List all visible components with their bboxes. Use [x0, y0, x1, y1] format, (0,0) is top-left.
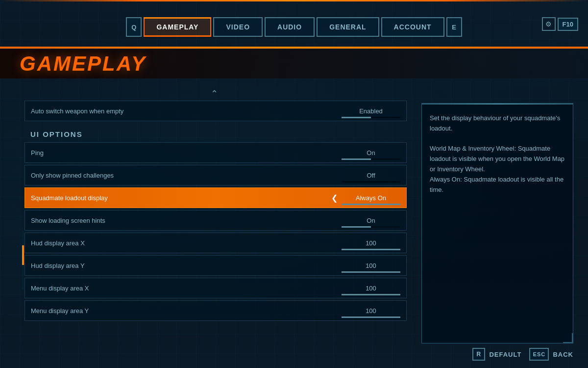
auto-switch-slider-fill [342, 117, 371, 118]
menu-y-value: 100 [342, 307, 400, 315]
menu-y-slider-fill [342, 316, 400, 318]
info-panel-corner-decoration [563, 333, 573, 343]
scroll-bar[interactable] [22, 231, 24, 289]
back-key: ESC [529, 348, 549, 361]
page-title: GAMEPLAY [20, 52, 147, 76]
left-arrow-icon: ❮ [331, 193, 338, 203]
menu-x-row[interactable]: Menu display area X 100 [24, 278, 407, 298]
right-bracket[interactable]: E [446, 17, 462, 37]
auto-switch-row[interactable]: Auto switch weapon when empty Enabled [24, 101, 407, 121]
squadmate-slider[interactable] [342, 204, 400, 205]
hud-x-slider-fill [342, 249, 400, 250]
gear-icon[interactable]: ⚙ [542, 17, 556, 31]
hud-x-label: Hud display area X [31, 239, 342, 247]
loading-hints-row[interactable]: Show loading screen hints On [24, 210, 407, 231]
auto-switch-slider[interactable] [342, 117, 400, 118]
menu-x-slider[interactable] [342, 294, 400, 295]
tab-account[interactable]: ACCOUNT [381, 17, 444, 37]
main-content: Auto switch weapon when empty Enabled UI… [24, 101, 407, 343]
page-title-area: GAMEPLAY [0, 49, 588, 79]
hud-y-label: Hud display area Y [31, 262, 342, 269]
menu-y-label: Menu display area Y [31, 307, 342, 315]
pinned-challenges-value: Off [342, 172, 400, 179]
tab-video[interactable]: VIDEO [213, 17, 263, 37]
default-label: DEFAULT [489, 351, 521, 358]
nav-bottom-accent [0, 47, 588, 49]
nav-tabs-container: Q GAMEPLAY VIDEO AUDIO GENERAL ACCOUNT E [126, 17, 462, 37]
menu-x-slider-fill [342, 294, 400, 295]
menu-y-slider[interactable] [342, 316, 400, 318]
menu-x-value: 100 [342, 285, 400, 292]
menu-y-row[interactable]: Menu display area Y 100 [24, 300, 407, 321]
back-button[interactable]: ESC BACK [529, 348, 573, 361]
back-label: BACK [553, 351, 573, 358]
tab-gameplay[interactable]: GAMEPLAY [144, 17, 211, 37]
pinned-challenges-slider[interactable] [342, 181, 400, 183]
hud-x-slider[interactable] [342, 249, 400, 250]
squadmate-loadout-value: Always On [342, 194, 400, 202]
loading-hints-value: On [342, 217, 400, 224]
auto-switch-value: Enabled [342, 107, 400, 115]
squadmate-slider-fill [342, 204, 400, 205]
scroll-bar-thumb [22, 245, 24, 265]
info-panel-text: Set the display behaviour of your squadm… [430, 113, 565, 195]
f10-key[interactable]: F10 [558, 18, 578, 31]
loading-hints-slider-fill [342, 226, 371, 228]
left-bracket[interactable]: Q [126, 17, 142, 37]
scroll-up-indicator[interactable]: ⌃ [211, 88, 218, 99]
squadmate-loadout-row[interactable]: Squadmate loadout display ❮ Always On [24, 187, 407, 208]
auto-switch-label: Auto switch weapon when empty [31, 107, 342, 115]
squadmate-loadout-label: Squadmate loadout display [31, 194, 331, 202]
info-panel: Set the display behaviour of your squadm… [421, 103, 573, 343]
hud-x-value: 100 [342, 239, 400, 247]
loading-hints-label: Show loading screen hints [31, 217, 342, 224]
ping-slider[interactable] [342, 158, 400, 160]
pinned-challenges-row[interactable]: Only show pinned challenges Off [24, 165, 407, 185]
ping-slider-fill [342, 158, 371, 160]
default-key: R [472, 348, 485, 361]
tab-general[interactable]: GENERAL [317, 17, 379, 37]
hud-y-slider[interactable] [342, 271, 400, 273]
ping-label: Ping [31, 149, 342, 157]
hud-y-slider-fill [342, 271, 400, 273]
ping-value: On [342, 149, 400, 157]
tab-audio[interactable]: AUDIO [265, 17, 315, 37]
nav-right-area: ⚙ F10 [542, 17, 578, 31]
ui-options-header: UI OPTIONS [24, 123, 407, 142]
hud-x-row[interactable]: Hud display area X 100 [24, 233, 407, 253]
hud-y-row[interactable]: Hud display area Y 100 [24, 255, 407, 276]
menu-x-label: Menu display area X [31, 285, 342, 292]
ping-row[interactable]: Ping On [24, 142, 407, 163]
top-navigation: Q GAMEPLAY VIDEO AUDIO GENERAL ACCOUNT E… [0, 0, 588, 49]
bottom-bar: R DEFAULT ESC BACK [472, 348, 573, 361]
default-button[interactable]: R DEFAULT [472, 348, 521, 361]
hud-y-value: 100 [342, 262, 400, 269]
loading-hints-slider[interactable] [342, 226, 400, 228]
pinned-challenges-label: Only show pinned challenges [31, 172, 342, 179]
